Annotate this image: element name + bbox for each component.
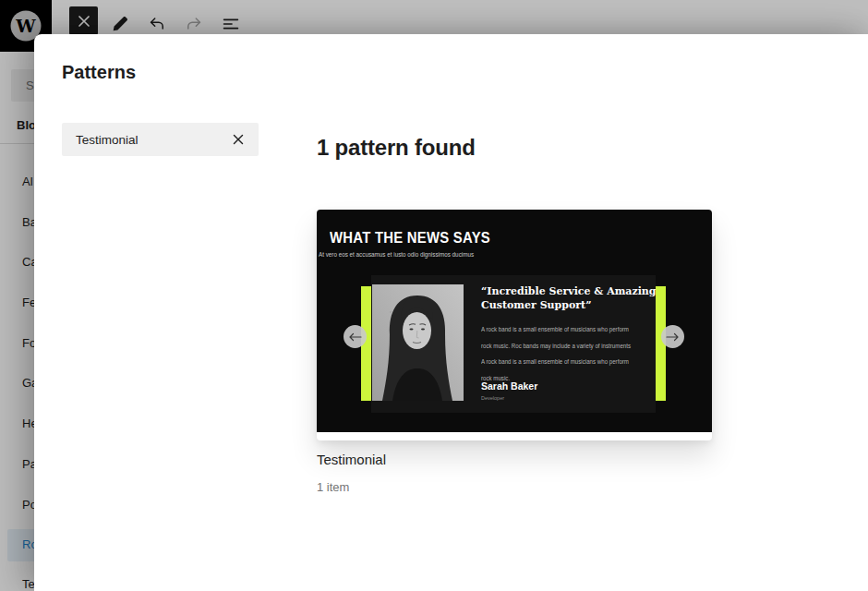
- body-line: rock music. Roc bands may include a vari…: [481, 338, 631, 355]
- patterns-explorer-modal: Patterns Testimonial 1 pattern found WHA…: [34, 34, 868, 591]
- pattern-card[interactable]: WHAT THE NEWS SAYS At vero eos et accusa…: [317, 210, 712, 440]
- pattern-count-label: 1 item: [317, 480, 349, 494]
- patterns-search-value: Testimonial: [76, 133, 227, 147]
- testimonial-panel: “Incredible Service & Amazing Customer S…: [371, 275, 656, 413]
- patterns-search-input[interactable]: Testimonial: [62, 123, 259, 156]
- clear-search-button[interactable]: [227, 128, 249, 151]
- quote-line: “Incredible Service & Amazing: [481, 285, 657, 299]
- close-icon: [233, 134, 244, 145]
- results-heading: 1 pattern found: [317, 135, 476, 161]
- testimonial-portrait-photo: [372, 284, 464, 401]
- modal-title: Patterns: [62, 62, 136, 83]
- next-slide-button[interactable]: [661, 325, 684, 348]
- arrow-left-icon: [348, 332, 362, 342]
- pattern-name-label: Testimonial: [317, 452, 386, 467]
- previous-slide-button[interactable]: [344, 325, 367, 348]
- testimonial-role: Developer: [481, 395, 504, 401]
- preview-heading: WHAT THE NEWS SAYS: [330, 229, 490, 247]
- screen: W: [0, 0, 868, 591]
- testimonial-quote: “Incredible Service & Amazing Customer S…: [481, 285, 657, 312]
- quote-line: Customer Support”: [481, 299, 657, 313]
- testimonial-author: Sarah Baker: [481, 380, 537, 392]
- testimonial-body: A rock band is a small ensemble of music…: [481, 321, 631, 386]
- preview-subheading: At vero eos et accusamus et iusto odio d…: [319, 251, 474, 258]
- body-line: A rock band is a small ensemble of music…: [481, 354, 631, 370]
- arrow-right-icon: [666, 332, 680, 342]
- body-line: A rock band is a small ensemble of music…: [481, 321, 631, 338]
- pattern-preview: WHAT THE NEWS SAYS At vero eos et accusa…: [317, 210, 712, 432]
